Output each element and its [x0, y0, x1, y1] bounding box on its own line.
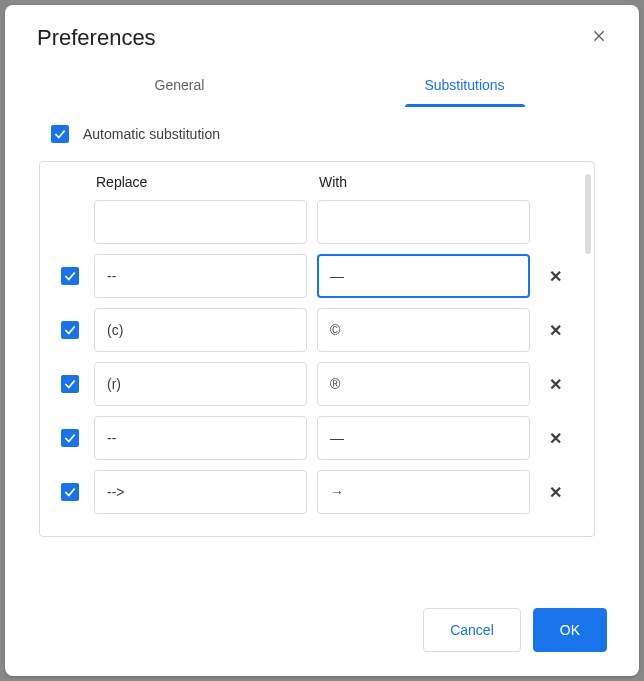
with-input[interactable]: [317, 416, 530, 460]
row-checkbox[interactable]: [61, 267, 79, 285]
with-input[interactable]: [317, 470, 530, 514]
with-input[interactable]: [317, 308, 530, 352]
table-row: ✕: [56, 254, 570, 298]
replace-input[interactable]: [94, 362, 307, 406]
check-icon: [63, 377, 77, 391]
delete-row-button[interactable]: ✕: [545, 263, 566, 290]
preferences-dialog: Preferences General Substitutions Automa…: [5, 5, 639, 676]
ok-button[interactable]: OK: [533, 608, 607, 652]
auto-substitution-label: Automatic substitution: [83, 126, 220, 142]
row-checkbox[interactable]: [61, 375, 79, 393]
row-checkbox[interactable]: [61, 483, 79, 501]
with-input-new[interactable]: [317, 200, 530, 244]
row-checkbox[interactable]: [61, 321, 79, 339]
content: Automatic substitution Replace With: [5, 107, 639, 584]
delete-icon: ✕: [549, 322, 562, 339]
tab-substitutions[interactable]: Substitutions: [322, 65, 607, 107]
replace-input[interactable]: [94, 308, 307, 352]
tab-general[interactable]: General: [37, 65, 322, 107]
delete-icon: ✕: [549, 268, 562, 285]
check-icon: [63, 269, 77, 283]
table-row: ✕: [56, 362, 570, 406]
table-row: ✕: [56, 308, 570, 352]
cancel-button[interactable]: Cancel: [423, 608, 521, 652]
with-input[interactable]: [317, 254, 530, 298]
table-scroll[interactable]: Replace With: [40, 162, 594, 536]
delete-row-button[interactable]: ✕: [545, 317, 566, 344]
substitution-table: Replace With: [39, 161, 595, 537]
table-row-new: [56, 200, 570, 244]
delete-row-button[interactable]: ✕: [545, 425, 566, 452]
table-row: ✕: [56, 416, 570, 460]
dialog-title: Preferences: [37, 25, 156, 51]
header-with: With: [317, 174, 530, 190]
row-checkbox[interactable]: [61, 429, 79, 447]
table-header: Replace With: [56, 174, 570, 190]
delete-row-button[interactable]: ✕: [545, 371, 566, 398]
replace-input[interactable]: [94, 254, 307, 298]
delete-row-button[interactable]: ✕: [545, 479, 566, 506]
scrollbar[interactable]: [585, 174, 591, 254]
delete-icon: ✕: [549, 484, 562, 501]
check-icon: [53, 127, 67, 141]
replace-input[interactable]: [94, 416, 307, 460]
check-icon: [63, 431, 77, 445]
table-row: ✕: [56, 470, 570, 514]
auto-substitution-checkbox[interactable]: [51, 125, 69, 143]
check-icon: [63, 485, 77, 499]
close-button[interactable]: [587, 26, 611, 50]
replace-input[interactable]: [94, 470, 307, 514]
auto-substitution-row: Automatic substitution: [51, 125, 607, 143]
close-icon: [591, 28, 607, 48]
replace-input-new[interactable]: [94, 200, 307, 244]
check-icon: [63, 323, 77, 337]
delete-icon: ✕: [549, 430, 562, 447]
with-input[interactable]: [317, 362, 530, 406]
dialog-header: Preferences: [5, 5, 639, 59]
dialog-footer: Cancel OK: [5, 584, 639, 676]
delete-icon: ✕: [549, 376, 562, 393]
header-replace: Replace: [94, 174, 307, 190]
tabs: General Substitutions: [5, 59, 639, 107]
